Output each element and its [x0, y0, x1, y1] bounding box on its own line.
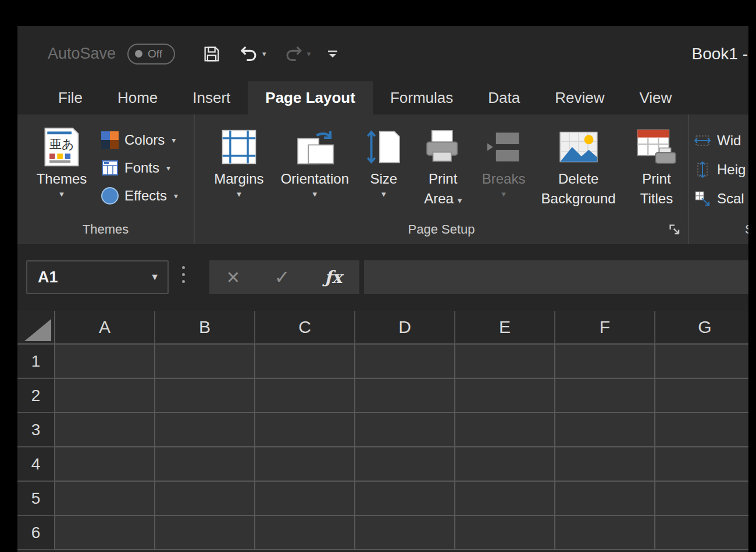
tab-formulas[interactable]: Formulas: [373, 81, 470, 114]
orientation-button[interactable]: Orientation ▾: [275, 126, 355, 198]
row-header-1[interactable]: 1: [17, 345, 55, 379]
colors-button[interactable]: Colors ▾: [101, 126, 178, 154]
scale-to-fit-group: Wid Heig: [689, 114, 756, 244]
save-button[interactable]: [202, 44, 222, 64]
cell-C2[interactable]: [255, 379, 355, 413]
cell-B3[interactable]: [155, 413, 255, 447]
row-header-3[interactable]: 3: [17, 413, 55, 447]
column-header-C[interactable]: C: [255, 311, 355, 345]
tab-home[interactable]: Home: [100, 81, 175, 114]
row-header-4[interactable]: 4: [17, 447, 55, 482]
cell-E6[interactable]: [455, 516, 555, 550]
tab-review[interactable]: Review: [537, 81, 622, 114]
margins-icon: [219, 126, 259, 168]
cell-F2[interactable]: [555, 379, 655, 413]
column-header-B[interactable]: B: [155, 311, 255, 345]
undo-button[interactable]: ▾: [239, 44, 266, 64]
cell-B2[interactable]: [155, 379, 255, 413]
cell-F5[interactable]: [555, 482, 655, 516]
cell-E2[interactable]: [455, 379, 555, 413]
redo-icon: [284, 44, 304, 64]
cell-B6[interactable]: [155, 516, 255, 550]
tab-page-layout[interactable]: Page Layout: [248, 81, 373, 114]
cell-A1[interactable]: [55, 345, 155, 379]
excel-window: AutoSave Off ▾: [17, 26, 756, 552]
scale-button[interactable]: Scal: [694, 184, 744, 213]
cell-G2[interactable]: [655, 379, 755, 413]
column-header-G[interactable]: G: [655, 311, 755, 345]
row-header-6[interactable]: 6: [17, 516, 55, 550]
page-setup-dialog-launcher[interactable]: [668, 223, 682, 239]
size-button[interactable]: Size ▾: [357, 126, 411, 198]
cell-G6[interactable]: [655, 516, 755, 550]
delete-background-button[interactable]: Delete Background: [534, 126, 623, 207]
cell-A3[interactable]: [55, 413, 155, 447]
print-area-button[interactable]: Print Area ▾: [413, 126, 473, 207]
width-button[interactable]: Wid: [694, 126, 741, 155]
formula-input[interactable]: [364, 260, 756, 294]
cell-A6[interactable]: [55, 516, 155, 550]
cell-D4[interactable]: [355, 447, 455, 482]
print-titles-icon: [636, 126, 677, 168]
cell-F6[interactable]: [555, 516, 655, 550]
autosave-control[interactable]: AutoSave Off: [48, 44, 175, 64]
cell-C6[interactable]: [255, 516, 355, 550]
cell-F1[interactable]: [555, 345, 655, 379]
cell-F4[interactable]: [555, 447, 655, 482]
select-all-corner[interactable]: [17, 311, 55, 345]
cell-C3[interactable]: [255, 413, 355, 447]
effects-button[interactable]: Effects ▾: [101, 182, 178, 210]
tab-insert[interactable]: Insert: [175, 81, 248, 114]
print-titles-button[interactable]: Print Titles: [625, 126, 688, 207]
dropdown-arrow-icon: ▾: [59, 190, 64, 198]
effects-icon: [101, 187, 119, 205]
orientation-icon: [294, 126, 336, 168]
cell-E3[interactable]: [455, 413, 555, 447]
cell-B4[interactable]: [155, 447, 255, 482]
undo-dropdown-icon[interactable]: ▾: [262, 49, 266, 58]
margins-button[interactable]: Margins ▾: [205, 126, 273, 198]
name-box[interactable]: A1 ▼: [26, 260, 169, 294]
fonts-button[interactable]: Fonts ▾: [101, 154, 178, 182]
tab-file[interactable]: File: [41, 81, 100, 114]
cell-G4[interactable]: [655, 447, 755, 482]
cell-A4[interactable]: [55, 447, 155, 482]
cell-B1[interactable]: [155, 345, 255, 379]
cell-D6[interactable]: [355, 516, 455, 550]
column-header-A[interactable]: A: [55, 311, 155, 345]
autosave-toggle[interactable]: Off: [127, 44, 175, 64]
cell-B5[interactable]: [155, 482, 255, 516]
tab-view[interactable]: View: [622, 81, 689, 114]
cell-A5[interactable]: [55, 482, 155, 516]
cell-C5[interactable]: [255, 482, 355, 516]
cell-G3[interactable]: [655, 413, 755, 447]
cell-G5[interactable]: [655, 482, 755, 516]
row-header-5[interactable]: 5: [17, 482, 55, 516]
column-header-D[interactable]: D: [355, 311, 455, 345]
cell-E5[interactable]: [455, 482, 555, 516]
cell-D5[interactable]: [355, 482, 455, 516]
customize-qat-button[interactable]: [328, 51, 337, 58]
orientation-label: Orientation: [281, 170, 349, 188]
cell-A2[interactable]: [55, 379, 155, 413]
cell-F3[interactable]: [555, 413, 655, 447]
cell-E1[interactable]: [455, 345, 555, 379]
cell-C4[interactable]: [255, 447, 355, 482]
themes-button[interactable]: 亜あ Themes ▾: [27, 126, 97, 198]
cell-D3[interactable]: [355, 413, 455, 447]
tab-data[interactable]: Data: [470, 81, 537, 114]
row-header-2[interactable]: 2: [17, 379, 55, 413]
height-button[interactable]: Heig: [694, 155, 746, 184]
cell-C1[interactable]: [255, 345, 355, 379]
name-box-dropdown-icon[interactable]: ▼: [150, 272, 159, 282]
cell-E4[interactable]: [455, 447, 555, 482]
insert-function-icon[interactable]: ƒx: [324, 267, 342, 287]
print-area-label-2: Area ▾: [424, 190, 462, 207]
autosave-label: AutoSave: [48, 45, 116, 63]
column-header-F[interactable]: F: [555, 311, 655, 345]
dropdown-arrow-icon: ▾: [166, 163, 170, 173]
column-header-E[interactable]: E: [455, 311, 555, 345]
cell-D2[interactable]: [355, 379, 455, 413]
cell-D1[interactable]: [355, 345, 455, 379]
cell-G1[interactable]: [655, 345, 755, 379]
